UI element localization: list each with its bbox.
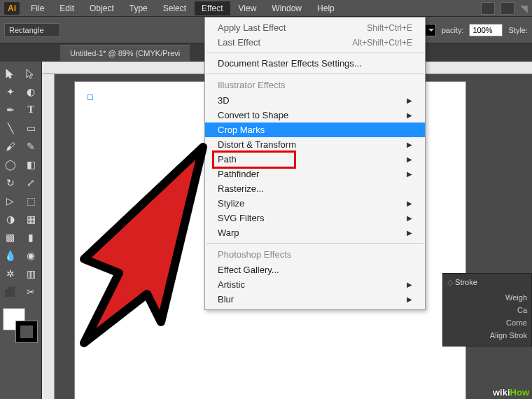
sync-icon[interactable]: ◥ <box>520 3 528 14</box>
scale-tool[interactable]: ⤢ <box>21 174 42 192</box>
stroke-cap-row[interactable]: Ca <box>447 304 527 316</box>
stroke-align-row[interactable]: Align Strok <box>447 329 527 342</box>
menu-item-label: Rasterize... <box>218 183 264 194</box>
submenu-arrow-icon: ▶ <box>407 200 412 207</box>
rectangle-tool[interactable]: ▭ <box>21 119 42 137</box>
menu-3d[interactable]: 3D▶ <box>205 93 425 108</box>
menu-pathfinder[interactable]: Pathfinder▶ <box>205 167 425 181</box>
shape-selector[interactable]: Rectangle <box>4 23 60 37</box>
width-tool[interactable]: ▷ <box>0 192 21 210</box>
menu-item-label: Last Effect <box>218 37 260 48</box>
menu-shortcut: Alt+Shift+Ctrl+E <box>352 38 412 48</box>
rotate-tool[interactable]: ↻ <box>0 174 21 192</box>
menu-item-label: Stylize <box>218 198 244 209</box>
menu-item-label: Convert to Shape <box>218 110 288 120</box>
submenu-arrow-icon: ▶ <box>407 170 412 178</box>
menu-select[interactable]: Select <box>156 1 193 15</box>
opacity-label: pacity: <box>442 26 464 34</box>
opacity-input[interactable] <box>469 24 503 36</box>
watermark: wikiHow <box>493 387 529 398</box>
eraser-tool[interactable]: ◧ <box>21 155 42 174</box>
menu-item-label: Document Raster Effects Settings... <box>218 58 362 69</box>
menu-item-label: Path <box>218 154 237 164</box>
stroke-weight-row[interactable]: Weigh <box>447 291 527 304</box>
menu-file[interactable]: File <box>24 1 51 15</box>
artboard-tool[interactable]: ⬛ <box>0 283 21 301</box>
menu-last-effect[interactable]: Last Effect Alt+Shift+Ctrl+E <box>205 35 425 50</box>
arrange-icon[interactable] <box>500 2 514 15</box>
selection-handle[interactable] <box>88 94 93 100</box>
direct-selection-tool[interactable] <box>21 64 42 83</box>
selection-tool[interactable] <box>0 64 21 83</box>
panel-title: ◇ Stroke <box>447 278 527 287</box>
menu-separator <box>206 74 424 74</box>
bridge-icon[interactable] <box>481 2 495 15</box>
menu-item-label: SVG Filters <box>218 213 264 223</box>
magic-wand-tool[interactable]: ✦ <box>0 83 21 101</box>
menu-svg-filters[interactable]: SVG Filters▶ <box>205 211 425 225</box>
menubar: Ai File Edit Object Type Select Effect V… <box>0 0 532 17</box>
submenu-arrow-icon: ▶ <box>407 97 412 104</box>
line-tool[interactable]: ╲ <box>0 119 21 137</box>
menu-apply-last-effect[interactable]: Apply Last Effect Shift+Ctrl+E <box>205 20 425 35</box>
menu-blur[interactable]: Blur▶ <box>205 292 425 307</box>
perspective-tool[interactable]: ▦ <box>21 210 42 228</box>
menu-window[interactable]: Window <box>265 1 309 15</box>
menu-item-label: Blur <box>218 294 234 304</box>
tools-panel: ✦ ◐ ✒ T ╲ ▭ 🖌 ✎ ◯ ◧ ↻ ⤢ ▷ ⬚ ◑ ▦ <box>0 62 42 399</box>
menu-item-label: Apply Last Effect <box>218 22 286 33</box>
menu-path[interactable]: Path▶ <box>205 152 425 167</box>
mesh-tool[interactable]: ▩ <box>0 228 21 246</box>
menu-edit[interactable]: Edit <box>52 1 81 15</box>
stroke-panel[interactable]: ◇ Stroke Weigh Ca Corne Align Strok <box>442 273 532 346</box>
eyedropper-tool[interactable]: 💧 <box>0 246 21 265</box>
blob-brush-tool[interactable]: ◯ <box>0 155 21 174</box>
pen-tool[interactable]: ✒ <box>0 101 21 119</box>
menu-crop-marks[interactable]: Crop Marks <box>205 122 425 137</box>
submenu-arrow-icon: ▶ <box>407 214 412 222</box>
menu-item-label: Pathfinder <box>218 169 259 179</box>
gradient-tool[interactable]: ▮ <box>21 228 42 246</box>
pencil-tool[interactable]: ✎ <box>21 137 42 155</box>
submenu-arrow-icon: ▶ <box>407 229 412 237</box>
type-tool[interactable]: T <box>21 101 42 119</box>
submenu-arrow-icon: ▶ <box>407 141 412 148</box>
menu-shortcut: Shift+Ctrl+E <box>367 23 412 33</box>
submenu-arrow-icon: ▶ <box>407 295 412 303</box>
shape-builder-tool[interactable]: ◑ <box>0 210 21 228</box>
menu-separator <box>206 243 424 244</box>
menu-view[interactable]: View <box>232 1 264 15</box>
stroke-color[interactable] <box>15 321 38 343</box>
stroke-corner-row[interactable]: Corne <box>447 316 527 329</box>
menu-item-label: Artistic <box>218 279 245 290</box>
lasso-tool[interactable]: ◐ <box>21 83 42 101</box>
menu-object[interactable]: Object <box>83 1 121 15</box>
paintbrush-tool[interactable]: 🖌 <box>0 137 21 155</box>
free-transform-tool[interactable]: ⬚ <box>21 192 42 210</box>
menu-section-photoshop: Photoshop Effects <box>205 246 425 262</box>
graph-tool[interactable]: ▥ <box>21 265 42 283</box>
color-swatches[interactable] <box>3 308 38 343</box>
menu-raster-settings[interactable]: Document Raster Effects Settings... <box>205 56 425 71</box>
document-tab[interactable]: Untitled-1* @ 89% (CMYK/Previ <box>60 45 190 61</box>
menu-item-label: Distort & Transform <box>218 139 296 150</box>
menu-help[interactable]: Help <box>310 1 342 15</box>
symbol-sprayer-tool[interactable]: ✲ <box>0 265 21 283</box>
menu-warp[interactable]: Warp▶ <box>205 225 425 240</box>
submenu-arrow-icon: ▶ <box>407 281 412 288</box>
menu-effect[interactable]: Effect <box>195 1 230 15</box>
app-logo: Ai <box>4 2 20 15</box>
menu-item-label: Warp <box>218 227 239 238</box>
blend-tool[interactable]: ◉ <box>21 246 42 265</box>
menu-item-label: 3D <box>218 95 230 106</box>
menu-stylize[interactable]: Stylize▶ <box>205 196 425 211</box>
menu-effect-gallery[interactable]: Effect Gallery... <box>205 262 425 277</box>
menu-type[interactable]: Type <box>122 1 155 15</box>
slice-tool[interactable]: ✂ <box>21 283 42 301</box>
menu-convert-to-shape[interactable]: Convert to Shape▶ <box>205 108 425 122</box>
menu-section-illustrator: Illustrator Effects <box>205 77 425 93</box>
effect-menu-dropdown: Apply Last Effect Shift+Ctrl+E Last Effe… <box>204 17 426 310</box>
menu-distort-transform[interactable]: Distort & Transform▶ <box>205 137 425 152</box>
menu-rasterize[interactable]: Rasterize... <box>205 181 425 196</box>
menu-artistic[interactable]: Artistic▶ <box>205 277 425 292</box>
